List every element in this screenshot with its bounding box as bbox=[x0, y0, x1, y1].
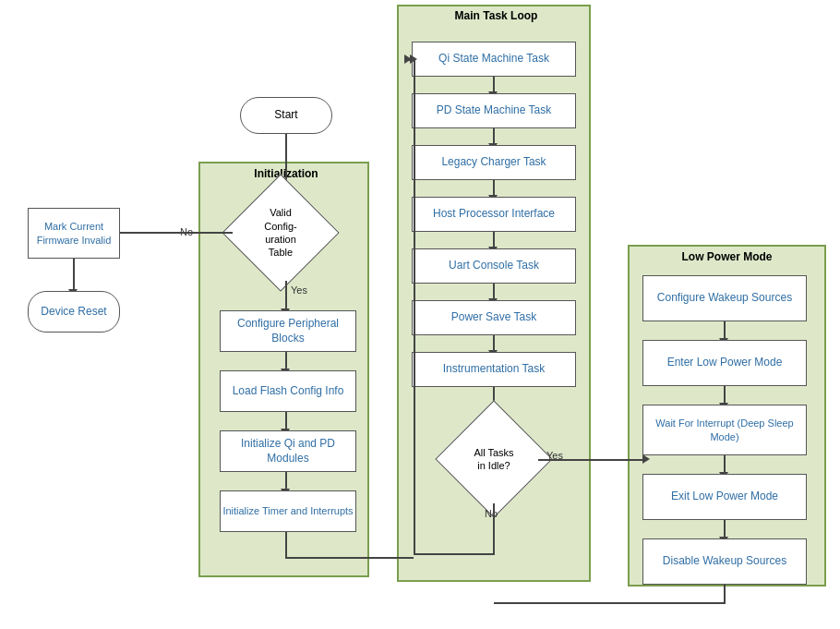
valid-config-diamond: ValidConfig-urationTable bbox=[233, 185, 329, 281]
flowchart-diagram: Initialization Main Task Loop Low Power … bbox=[0, 0, 840, 629]
init-timer-node: Initialize Timer and Interrupts bbox=[220, 490, 356, 532]
no-label2: No bbox=[485, 508, 498, 519]
mark-invalid-node: Mark Current Firmware Invalid bbox=[28, 208, 120, 259]
configure-wakeup-node: Configure Wakeup Sources bbox=[642, 275, 807, 321]
device-reset-node: Device Reset bbox=[28, 291, 120, 333]
load-flash-node: Load Flash Config Info bbox=[220, 370, 356, 412]
uart-console-node: Uart Console Task bbox=[412, 248, 576, 284]
disable-wakeup-node: Disable Wakeup Sources bbox=[642, 538, 807, 585]
wait-interrupt-node: Wait For Interrupt (Deep Sleep Mode) bbox=[642, 405, 807, 455]
configure-peripheral-node: Configure Peripheral Blocks bbox=[220, 310, 356, 352]
low-power-label: Low Power Mode bbox=[646, 250, 808, 263]
instrumentation-node: Instrumentation Task bbox=[412, 352, 576, 387]
init-qi-pd-node: Initialize Qi and PD Modules bbox=[220, 430, 356, 472]
valid-config-text: ValidConfig-urationTable bbox=[264, 206, 296, 259]
start-node: Start bbox=[240, 97, 332, 134]
host-processor-node: Host Processor Interface bbox=[412, 197, 576, 232]
main-task-label: Main Task Loop bbox=[415, 9, 577, 22]
exit-low-power-node: Exit Low Power Mode bbox=[642, 474, 807, 520]
qi-state-node: Qi State Machine Task bbox=[412, 42, 576, 77]
all-tasks-idle-diamond: All Tasksin Idle? bbox=[450, 415, 538, 503]
legacy-charger-node: Legacy Charger Task bbox=[412, 145, 576, 180]
all-tasks-idle-text: All Tasksin Idle? bbox=[474, 446, 513, 473]
pd-state-node: PD State Machine Task bbox=[412, 93, 576, 128]
yes-label: Yes bbox=[291, 284, 307, 296]
power-save-node: Power Save Task bbox=[412, 300, 576, 335]
enter-low-power-node: Enter Low Power Mode bbox=[642, 340, 807, 386]
